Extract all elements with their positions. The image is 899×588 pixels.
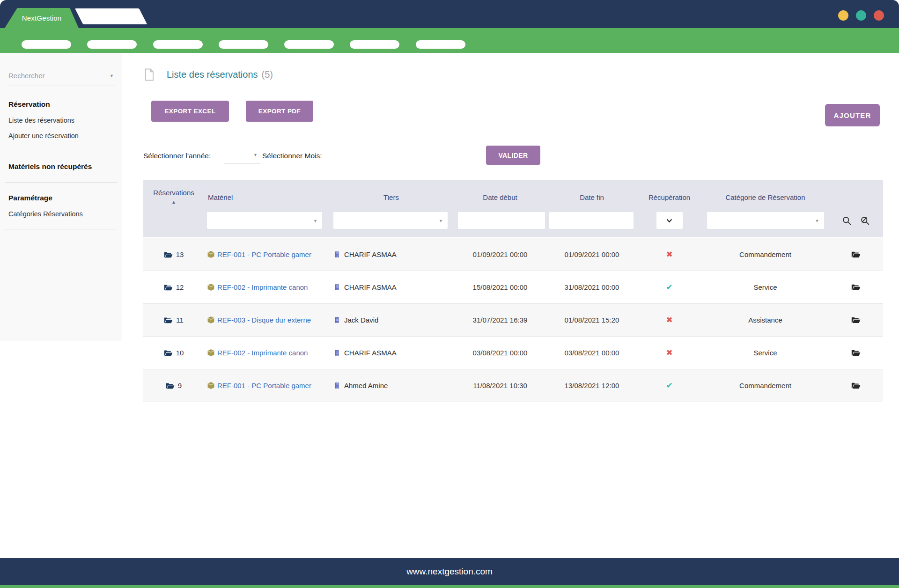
sidebar-heading-materiels-non-recuperes[interactable]: Matériels non récupérés [8, 162, 114, 171]
sort-asc-icon[interactable]: ▲ [171, 199, 176, 205]
date-debut-cell: 31/07/2021 16:39 [453, 316, 547, 324]
open-row-folder-button[interactable] [851, 349, 861, 357]
window-controls [838, 10, 884, 21]
actions-cell [828, 349, 883, 357]
tiers-filter-select[interactable]: ▼ [333, 212, 448, 229]
open-folder-icon [164, 251, 173, 258]
date-fin-cell: 03/08/2021 00:00 [547, 349, 636, 357]
materiel-link[interactable]: REF-001 - PC Portable gamer [217, 250, 311, 258]
building-icon [333, 382, 340, 390]
actions-cell [828, 382, 883, 390]
package-icon [207, 250, 215, 258]
brand-logo: NextGestion [22, 14, 62, 22]
window-close-button[interactable] [874, 10, 884, 21]
materiel-link[interactable]: REF-001 - PC Portable gamer [217, 382, 311, 390]
table-row[interactable]: 12 REF-002 - Imprimante canon CHARIF ASM… [143, 271, 883, 304]
package-icon [207, 316, 215, 324]
table-row[interactable]: 9 REF-001 - PC Portable gamer Ahmed Amin… [143, 369, 883, 402]
open-row-folder-button[interactable] [851, 283, 861, 291]
recovered-icon: ✔ [636, 381, 702, 390]
table-search-actions [828, 212, 883, 229]
materiel-filter-select[interactable]: ▼ [207, 212, 322, 229]
page-title-row: Liste des réservations (5) [144, 68, 273, 81]
sidebar-item-categories-reservations[interactable]: Catégories Réservations [8, 210, 114, 218]
reservation-id-cell: 10 [143, 349, 204, 357]
open-folder-icon [166, 382, 175, 390]
month-filter-label: Sélectionner Mois: [262, 152, 322, 160]
categorie-cell: Service [702, 349, 828, 357]
clear-search-icon[interactable] [860, 216, 870, 226]
building-icon [333, 250, 340, 258]
window-minimize-button[interactable] [838, 10, 848, 21]
divider [5, 151, 117, 151]
date-debut-filter-input[interactable] [458, 212, 545, 229]
export-excel-button[interactable]: EXPORT EXCEL [151, 101, 229, 122]
sidebar: Rechercher ▼ Réservation Liste des réser… [0, 53, 122, 341]
materiel-link[interactable]: REF-002 - Imprimante canon [217, 349, 308, 357]
materiel-cell: REF-001 - PC Portable gamer [204, 378, 330, 393]
search-icon[interactable] [842, 216, 852, 226]
reservation-id-cell: 11 [143, 316, 204, 324]
nav-pill[interactable] [153, 40, 203, 49]
building-icon [333, 316, 340, 324]
recuperation-filter-select[interactable] [656, 212, 683, 229]
open-row-folder-button[interactable] [851, 316, 861, 324]
nav-pill[interactable] [416, 40, 465, 49]
sidebar-item-liste-reservations[interactable]: Liste des réservations [8, 117, 114, 124]
top-navbar: NextGestion [0, 0, 899, 28]
export-pdf-button[interactable]: EXPORT PDF [246, 101, 313, 122]
package-icon [207, 283, 215, 291]
materiel-link[interactable]: REF-003 - Disque dur externe [217, 316, 311, 324]
tiers-name: CHARIF ASMAA [344, 283, 397, 291]
tiers-name: Ahmed Amine [344, 382, 388, 390]
column-header-date-debut: Date début [453, 189, 547, 201]
date-fin-cell: 13/08/2021 12:00 [547, 382, 636, 390]
nav-pill[interactable] [22, 40, 71, 49]
validate-button[interactable]: VALIDER [486, 146, 540, 165]
table-row[interactable]: 13 REF-001 - PC Portable gamer CHARIF AS… [143, 238, 883, 271]
actions-cell [828, 316, 883, 324]
table-row[interactable]: 11 REF-003 - Disque dur externe Jack Dav… [143, 304, 883, 337]
sidebar-search-input[interactable]: Rechercher ▼ [8, 72, 115, 86]
categorie-cell: Commandement [702, 382, 828, 390]
page-count: (5) [262, 69, 273, 80]
categorie-filter-select[interactable]: ▼ [707, 212, 824, 229]
sidebar-item-ajouter-reservation[interactable]: Ajouter une réservation [8, 132, 114, 140]
bottom-accent-strip [0, 585, 899, 588]
materiel-link[interactable]: REF-002 - Imprimante canon [217, 283, 308, 291]
reservations-table: Réservations ▲ Matériel Tiers Date début… [143, 180, 883, 402]
main-nav-bar [0, 28, 899, 53]
nav-pill[interactable] [350, 40, 399, 49]
nav-pill[interactable] [87, 40, 137, 49]
open-row-folder-button[interactable] [851, 382, 861, 390]
reservation-id-cell: 13 [143, 250, 204, 258]
brand-tab[interactable]: NextGestion [5, 8, 79, 28]
chevron-down-icon: ▼ [313, 219, 317, 223]
chevron-down-icon: ▼ [439, 219, 443, 223]
year-filter-label: Sélectionner l'année: [143, 152, 211, 160]
not-recovered-icon: ✖ [636, 250, 702, 259]
reservation-id-cell: 9 [143, 382, 204, 390]
tiers-name: CHARIF ASMAA [344, 250, 397, 258]
secondary-tab[interactable] [75, 8, 147, 24]
reservation-id: 13 [176, 250, 184, 258]
nav-pill[interactable] [284, 40, 334, 49]
building-icon [333, 283, 340, 291]
tiers-cell: CHARIF ASMAA [330, 349, 453, 357]
date-fin-cell: 01/08/2021 15:20 [547, 316, 636, 324]
column-header-tiers: Tiers [330, 189, 453, 201]
tiers-name: CHARIF ASMAA [344, 349, 397, 357]
column-header-categorie: Catégorie de Réservation [702, 189, 828, 201]
not-recovered-icon: ✖ [636, 315, 702, 325]
chevron-down-icon [666, 219, 672, 223]
sidebar-heading-parametrage: Paramétrage [8, 194, 114, 202]
open-row-folder-button[interactable] [851, 250, 861, 258]
nav-pill[interactable] [219, 40, 268, 49]
divider [5, 182, 117, 183]
window-maximize-button[interactable] [856, 10, 866, 21]
add-reservation-button[interactable]: AJOUTER [825, 104, 880, 126]
month-input[interactable] [333, 149, 482, 165]
date-fin-filter-input[interactable] [549, 212, 634, 229]
year-select[interactable]: ▼ [224, 149, 260, 163]
table-row[interactable]: 10 REF-002 - Imprimante canon CHARIF ASM… [143, 337, 883, 369]
